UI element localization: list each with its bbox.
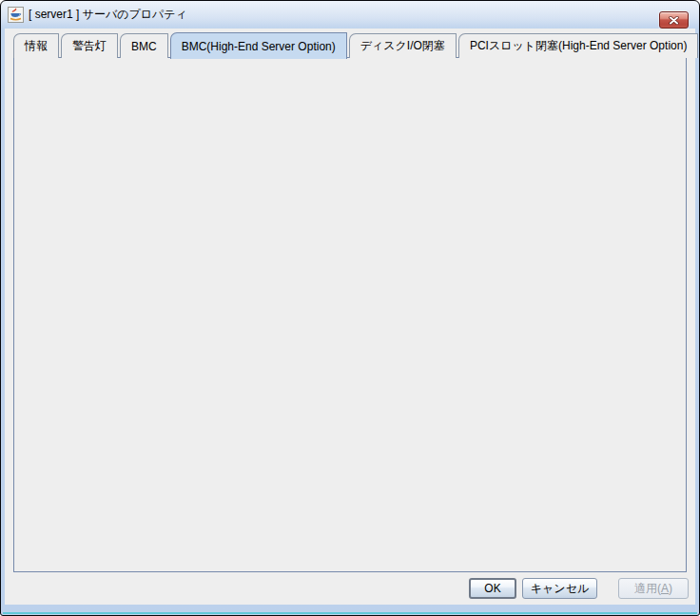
- close-button[interactable]: [659, 11, 689, 29]
- java-coffee-cup-icon: [8, 7, 24, 23]
- close-icon: [669, 16, 679, 25]
- tab-warning-light[interactable]: 警告灯: [61, 33, 118, 58]
- window-title: [ server1 ] サーバのプロパティ: [29, 7, 187, 23]
- titlebar[interactable]: [ server1 ] サーバのプロパティ: [1, 1, 699, 29]
- cancel-button[interactable]: キャンセル: [522, 578, 597, 599]
- tab-content-panel: [13, 57, 687, 572]
- apply-button: 適用(A): [618, 578, 689, 599]
- ok-button[interactable]: OK: [469, 578, 516, 599]
- dialog-client-area: 情報 警告灯 BMC BMC(High-End Server Option) デ…: [5, 29, 695, 605]
- tab-disk-io-blockage[interactable]: ディスクI/O閉塞: [349, 33, 457, 58]
- tab-bmc[interactable]: BMC: [120, 33, 168, 58]
- tab-info[interactable]: 情報: [13, 33, 59, 58]
- tab-bmc-high-end-server-option[interactable]: BMC(High-End Server Option): [170, 32, 347, 59]
- tab-bar: 情報 警告灯 BMC BMC(High-End Server Option) デ…: [13, 32, 700, 58]
- server-properties-dialog: [ server1 ] サーバのプロパティ 情報 警告灯 BMC BMC(Hig…: [0, 0, 700, 616]
- tab-pci-slot-blockage[interactable]: PCIスロット閉塞(High-End Server Option): [458, 33, 699, 58]
